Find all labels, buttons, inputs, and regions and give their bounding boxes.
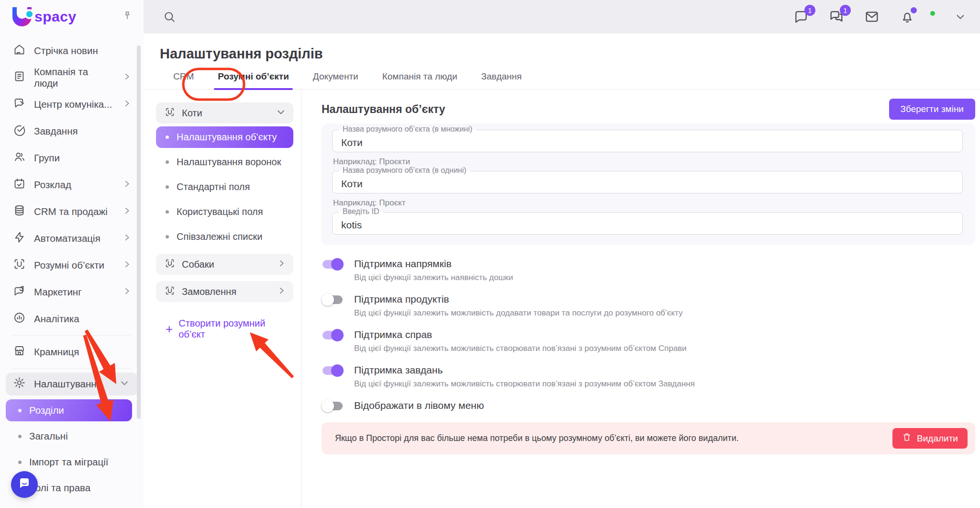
sidebar-item-sections[interactable]: Розділи (6, 399, 132, 421)
sidebar-item-analytics[interactable]: Аналітика (0, 305, 144, 332)
content-header: Налаштування об’єкту Зберегти зміни (322, 99, 975, 120)
object-id-input[interactable] (332, 212, 963, 235)
subnav-item-label: Налаштування об’єкту (177, 132, 277, 143)
bullet-icon (166, 210, 169, 214)
tab-tasks[interactable]: Завдання (480, 71, 523, 89)
toggle-label: Підтримка завдань (354, 364, 695, 376)
sidebar-item-settings[interactable]: Налаштування (6, 373, 138, 395)
field-helper: Наприклад: Проєкт (333, 198, 963, 208)
sidebar-item-crm[interactable]: CRM та продажі (0, 198, 144, 225)
support-chat-launcher[interactable] (11, 471, 38, 498)
bullet-icon (18, 409, 22, 412)
divider (12, 368, 131, 369)
products-toggle[interactable] (322, 294, 344, 306)
activities-toggle[interactable] (322, 329, 344, 341)
search-icon[interactable] (163, 10, 176, 23)
sidebar-item-communication-center[interactable]: Центр комуніка... (0, 91, 144, 118)
sidebar-nav: Стрічка новин Компанія та люди Центр ком… (0, 34, 144, 499)
sidebar-item-import-migration[interactable]: Імпорт та міграції (6, 451, 132, 473)
main-sidebar: spacy Стрічка новин Компанія та люди Цен… (0, 0, 144, 508)
tab-documents[interactable]: Документи (312, 71, 359, 89)
toggle-description: Від цієї функції залежить наявність дошк… (354, 272, 513, 283)
chevron-right-icon (277, 259, 286, 270)
sidebar-item-label: Стрічка новин (34, 45, 98, 56)
sidebar-item-general[interactable]: Загальні (6, 425, 132, 447)
subnav-item-label: Налаштування воронок (177, 157, 281, 168)
online-status-dot (929, 10, 936, 17)
sidebar-item-label: Розклад (34, 179, 71, 191)
chat-icon[interactable]: 1 (793, 9, 809, 24)
divider (12, 335, 131, 336)
group-chats-badge: 1 (840, 5, 851, 16)
object-selector-koty[interactable]: Коти (156, 102, 293, 124)
sidebar-item-label: Маркетинг (34, 286, 82, 298)
delete-object-button[interactable]: Видалити (892, 428, 968, 449)
create-link-label: Створити розумний об’єкт (178, 318, 293, 340)
subnav-item-custom-fields[interactable]: Користувацькі поля (156, 201, 293, 223)
tab-smart-objects[interactable]: Розумні об’єкти (217, 71, 290, 89)
smart-object-icon (13, 258, 26, 273)
toggle-row-tasks: Підтримка завдань Від цієї функції залеж… (322, 364, 975, 389)
tab-company-people[interactable]: Компанія та люди (381, 71, 458, 89)
subnav-item-object-settings[interactable]: Налаштування об’єкту (156, 126, 293, 148)
tab-crm[interactable]: CRM (172, 71, 195, 89)
page-title: Налаштування розділів (160, 46, 980, 62)
subnav-item-standard-fields[interactable]: Стандартні поля (156, 176, 293, 198)
subnav-item-dependent-lists[interactable]: Співзалежні списки (156, 226, 293, 248)
sidebar-scrollbar[interactable] (137, 45, 141, 419)
section-heading: Налаштування об’єкту (322, 103, 445, 116)
chevron-right-icon (122, 286, 131, 298)
tasks-toggle[interactable] (322, 364, 344, 377)
chevron-right-icon (122, 99, 131, 110)
object-selector-label: Замовлення (182, 286, 236, 297)
object-selector-zamovlennia[interactable]: Замовлення (156, 281, 293, 302)
mail-icon[interactable] (864, 9, 880, 24)
field-label: Назва розумного об’єкта (в множині) (339, 125, 476, 134)
left-menu-toggle[interactable] (322, 400, 344, 412)
sidebar-item-store[interactable]: Крамниця (0, 339, 144, 365)
subnav-item-funnel-settings[interactable]: Налаштування воронок (156, 151, 293, 173)
sidebar-item-automation[interactable]: Автоматизація (0, 225, 144, 252)
toggle-label: Підтримка продуктів (354, 293, 683, 305)
group-chats-icon[interactable]: 1 (829, 9, 844, 24)
logo-wordmark[interactable]: spacy (34, 9, 77, 25)
sidebar-item-label: Компанія та люди (34, 66, 114, 89)
sidebar-item-schedule[interactable]: Розклад (0, 171, 144, 198)
sidebar-item-company-people[interactable]: Компанія та люди (0, 64, 144, 91)
field-helper: Наприклад: Проєкти (333, 157, 963, 167)
building-icon (13, 70, 26, 85)
object-selector-sobaky[interactable]: Собаки (156, 254, 293, 275)
field-label: Назва розумного об’єкта (в однині) (339, 166, 470, 175)
profile-chevron-down-icon[interactable] (955, 11, 966, 22)
chevron-right-icon (122, 233, 131, 244)
database-icon (13, 204, 26, 219)
analytics-icon (13, 311, 26, 327)
sidebar-item-newsfeed[interactable]: Стрічка новин (0, 37, 144, 64)
sidebar-item-label: Завдання (34, 125, 78, 137)
chevron-right-icon (122, 179, 131, 191)
feature-toggles: Підтримка напрямків Від цієї функції зал… (322, 258, 975, 412)
subnav-item-label: Співзалежні списки (177, 231, 262, 242)
toggle-label: Підтримка напрямків (354, 258, 513, 270)
sidebar-item-groups[interactable]: Групи (0, 145, 144, 171)
people-icon (13, 150, 26, 166)
comms-icon (13, 97, 26, 112)
object-subnav: Коти Налаштування об’єкту Налаштування в… (144, 90, 301, 508)
bullet-icon (166, 160, 169, 164)
pin-sidebar-icon[interactable] (122, 10, 133, 23)
create-smart-object-link[interactable]: + Створити розумний об’єкт (166, 318, 293, 340)
delete-button-label: Видалити (917, 433, 958, 444)
sidebar-item-smart-objects[interactable]: Розумні об’єкти (0, 252, 144, 279)
toggle-description: Від цієї функції залежить можливість ств… (354, 379, 695, 389)
directions-toggle[interactable] (322, 258, 344, 271)
notifications-bell-icon[interactable] (900, 9, 915, 24)
uspacy-logo-icon[interactable] (12, 6, 33, 27)
sidebar-item-label: Центр комуніка... (34, 99, 112, 110)
save-changes-button[interactable]: Зберегти зміни (889, 99, 975, 120)
sidebar-item-marketing[interactable]: Маркетинг (0, 279, 144, 305)
field-singular-name: Назва розумного об’єкта (в однині) (332, 171, 963, 193)
sidebar-item-tasks[interactable]: Завдання (0, 118, 144, 145)
logo-row: spacy (0, 0, 144, 34)
field-object-id: Введіть ID (332, 212, 963, 235)
storefront-icon (13, 344, 26, 360)
